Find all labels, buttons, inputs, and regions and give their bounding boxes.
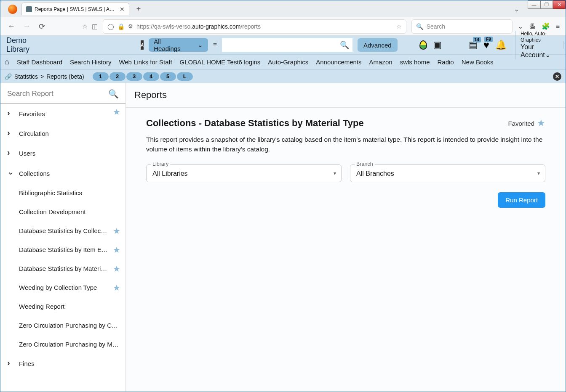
lists-badge: 14 — [473, 37, 481, 42]
new-tab-button[interactable]: + — [133, 3, 144, 15]
logout-link[interactable]: Logout — [563, 41, 566, 49]
star-icon[interactable]: ★ — [113, 264, 120, 274]
close-icon[interactable]: ✕ — [553, 72, 561, 81]
sidebar-search-input[interactable] — [7, 90, 108, 98]
nav-forward-button[interactable]: → — [21, 22, 32, 31]
tab-close-icon[interactable]: ✕ — [120, 6, 125, 13]
app-header: Demo Library A All Headings ⌄ ≡ 🔍 Advanc… — [0, 36, 566, 54]
heading-select[interactable]: All Headings ⌄ — [149, 38, 208, 52]
sidebar-item[interactable]: Collection Development — [0, 202, 125, 221]
chevron-right-icon — [7, 129, 13, 138]
permissions-icon: ⚙ — [128, 23, 133, 29]
chevron-right-icon — [7, 109, 13, 119]
pocket-icon[interactable]: ⌄ — [518, 22, 523, 30]
nav-link[interactable]: Search History — [70, 58, 111, 66]
balloon-icon[interactable] — [419, 40, 427, 50]
sidebar-group-favorites[interactable]: Favorites ★ — [0, 104, 125, 124]
nav-link[interactable]: GLOBAL HOME Test6 logins — [180, 58, 261, 66]
star-icon[interactable]: ★ — [113, 226, 120, 236]
nav-link[interactable]: Web Links for Staff — [119, 58, 172, 66]
step-pill[interactable]: 4 — [143, 72, 159, 81]
chevron-right-icon — [7, 359, 13, 368]
chevron-down-icon — [7, 168, 13, 178]
nav-link[interactable]: Auto-Graphics — [268, 58, 308, 66]
sidebar-item[interactable]: Weeding by Collection Type★ — [0, 278, 125, 297]
account-name: Your Account — [521, 43, 545, 58]
bookmark-star-icon[interactable]: ☆ — [82, 23, 88, 30]
star-icon: ★ — [537, 118, 545, 129]
sidebar-item[interactable]: Weeding Report — [0, 297, 125, 316]
language-icon[interactable]: A — [141, 40, 144, 50]
sidebar-item[interactable]: Bibliographic Statistics — [0, 183, 125, 202]
window-minimize-button[interactable]: — — [528, 0, 540, 9]
branch-value: All Branches — [356, 168, 539, 177]
print-icon[interactable]: 🖶 — [529, 23, 536, 30]
step-pill[interactable]: 3 — [126, 72, 142, 81]
content-area: Reports Collections - Database Statistic… — [126, 83, 566, 392]
sidebar-group-users[interactable]: Users — [0, 143, 125, 163]
url-field[interactable]: ◯ 🔒 ⚙ https://qa-swls-verso.auto-graphic… — [103, 19, 406, 34]
browser-tab[interactable]: Reports Page | SWLS | SWLS | A… ✕ — [21, 3, 129, 15]
sidebar-item[interactable]: Database Statistics by Item Except…★ — [0, 240, 125, 259]
sidebar-group-label: Users — [19, 150, 35, 157]
sidebar-item[interactable]: Zero Circulation Purchasing by Collect… — [0, 316, 125, 335]
step-pill[interactable]: 5 — [160, 72, 176, 81]
home-icon[interactable]: ⌂ — [5, 58, 9, 66]
search-icon: 🔍 — [416, 23, 423, 30]
nav-link[interactable]: swls home — [400, 58, 430, 66]
scanner-icon[interactable]: ▣ — [433, 40, 442, 50]
search-icon[interactable]: 🔍 — [108, 89, 119, 99]
advanced-search-button[interactable]: Advanced — [358, 38, 398, 52]
star-icon[interactable]: ★ — [113, 107, 120, 117]
nav-link[interactable]: Announcements — [316, 58, 361, 66]
sidebar-group-label: Circulation — [19, 130, 49, 137]
browser-search-field[interactable]: 🔍 Search — [411, 19, 513, 34]
step-pill[interactable]: 1 — [93, 72, 109, 81]
tabs-dropdown-icon[interactable]: ⌄ — [514, 5, 519, 13]
menu-icon[interactable]: ≡ — [556, 23, 560, 30]
star-icon[interactable]: ★ — [113, 283, 120, 293]
breadcrumb-root[interactable]: Statistics — [14, 73, 38, 80]
database-icon[interactable]: ≡ — [213, 41, 217, 49]
sidebar-group-circulation[interactable]: Circulation — [0, 124, 125, 143]
window-controls: — ❐ ✕ — [528, 0, 566, 9]
heading-select-label: All Headings — [154, 38, 180, 52]
step-pill[interactable]: L — [177, 72, 193, 81]
branch-select[interactable]: Branch All Branches ▾ — [350, 164, 545, 182]
favorites-heart-icon[interactable]: ♥F9 — [483, 39, 489, 51]
nav-reload-button[interactable]: ⟳ — [37, 22, 47, 31]
nav-link[interactable]: Amazon — [369, 58, 392, 66]
nav-link[interactable]: New Books — [462, 58, 494, 66]
url-star-icon[interactable]: ☆ — [396, 23, 402, 30]
main-search-input[interactable] — [225, 42, 340, 48]
nav-link[interactable]: Staff Dashboard — [17, 58, 62, 66]
favorited-toggle[interactable]: Favorited ★ — [508, 118, 545, 129]
sidebar-group-label: Fines — [19, 360, 35, 367]
nav-row: ⌂ Staff Dashboard Search History Web Lin… — [0, 54, 566, 69]
sidebar-group-collections[interactable]: Collections — [0, 163, 125, 183]
window-close-button[interactable]: ✕ — [553, 0, 566, 9]
run-report-button[interactable]: Run Report — [498, 192, 545, 208]
nav-back-button[interactable]: ← — [6, 22, 16, 31]
library-name: Demo Library — [5, 36, 29, 54]
library-select[interactable]: Library All Libraries ▾ — [146, 164, 342, 182]
sidebar-item[interactable]: Zero Circulation Purchasing by Materi… — [0, 335, 125, 354]
lists-icon[interactable]: ▤14 — [469, 40, 478, 50]
extensions-icon[interactable]: 🧩 — [542, 22, 550, 30]
notifications-bell-icon[interactable]: 🔔 — [495, 40, 507, 50]
star-icon[interactable]: ★ — [113, 245, 120, 255]
sidebar-group-fines[interactable]: Fines — [0, 354, 125, 373]
sidebar-item[interactable]: Database Statistics by Material Ty…★ — [0, 259, 125, 278]
containers-icon[interactable]: ◫ — [92, 23, 98, 30]
nav-link[interactable]: Radio — [438, 58, 454, 66]
url-bar: ← → ⟳ ☆ ◫ ◯ 🔒 ⚙ https://qa-swls-verso.au… — [0, 17, 566, 36]
step-pill[interactable]: 2 — [109, 72, 125, 81]
sidebar-item[interactable]: Database Statistics by Collection …★ — [0, 221, 125, 240]
chevron-down-icon: ⌄ — [198, 41, 203, 49]
breadcrumb-current: Reports (beta) — [46, 73, 84, 80]
window-maximize-button[interactable]: ❐ — [540, 0, 553, 9]
account-menu[interactable]: Hello, Auto-Graphics Your Account⌄ — [515, 31, 550, 59]
link-icon: 🔗 — [5, 73, 12, 80]
library-value: All Libraries — [152, 168, 335, 177]
search-icon[interactable]: 🔍 — [340, 40, 349, 50]
